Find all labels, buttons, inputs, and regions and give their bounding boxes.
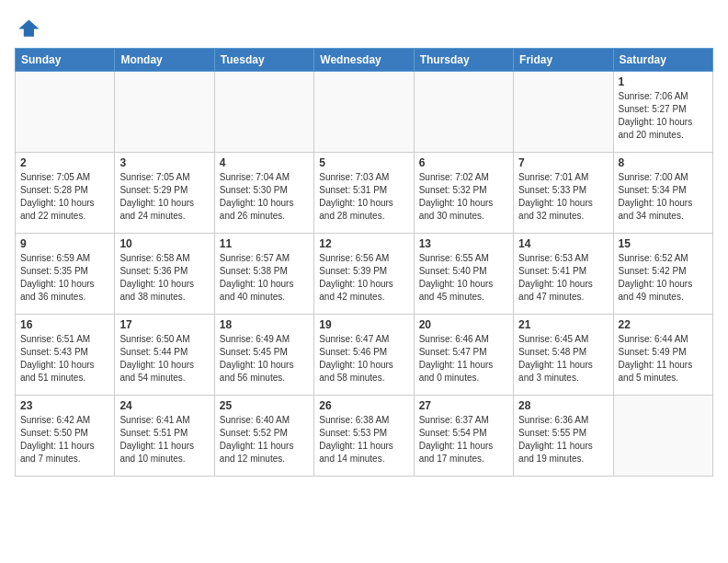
day-info: Sunrise: 6:45 AM Sunset: 5:48 PM Dayligh…	[518, 333, 608, 385]
calendar-cell: 19Sunrise: 6:47 AM Sunset: 5:46 PM Dayli…	[314, 315, 414, 396]
day-info: Sunrise: 7:05 AM Sunset: 5:29 PM Dayligh…	[119, 171, 209, 223]
calendar-cell: 6Sunrise: 7:02 AM Sunset: 5:32 PM Daylig…	[414, 153, 513, 234]
calendar-week-row: 1Sunrise: 7:06 AM Sunset: 5:27 PM Daylig…	[16, 72, 713, 153]
day-number: 11	[220, 237, 309, 250]
day-info: Sunrise: 6:44 AM Sunset: 5:49 PM Dayligh…	[619, 333, 708, 385]
day-info: Sunrise: 7:04 AM Sunset: 5:30 PM Dayligh…	[220, 171, 309, 223]
day-info: Sunrise: 6:58 AM Sunset: 5:36 PM Dayligh…	[119, 252, 209, 304]
day-info: Sunrise: 6:42 AM Sunset: 5:50 PM Dayligh…	[20, 414, 109, 465]
day-info: Sunrise: 6:55 AM Sunset: 5:40 PM Dayligh…	[419, 252, 508, 304]
logo	[15, 15, 44, 40]
day-number: 19	[319, 318, 408, 331]
calendar-cell: 16Sunrise: 6:51 AM Sunset: 5:43 PM Dayli…	[16, 315, 115, 396]
calendar-cell: 26Sunrise: 6:38 AM Sunset: 5:53 PM Dayli…	[314, 396, 414, 477]
day-number: 20	[419, 318, 508, 331]
day-number: 7	[518, 156, 608, 169]
calendar-cell: 11Sunrise: 6:57 AM Sunset: 5:38 PM Dayli…	[214, 234, 313, 315]
calendar-cell: 25Sunrise: 6:40 AM Sunset: 5:52 PM Dayli…	[214, 396, 313, 477]
day-number: 22	[619, 318, 708, 331]
day-number: 15	[619, 237, 708, 250]
calendar-header-row: SundayMondayTuesdayWednesdayThursdayFrid…	[16, 49, 713, 72]
day-info: Sunrise: 6:49 AM Sunset: 5:45 PM Dayligh…	[220, 333, 309, 385]
day-number: 12	[319, 237, 408, 250]
day-header-saturday: Saturday	[613, 49, 712, 72]
day-number: 24	[119, 399, 209, 412]
day-number: 13	[419, 237, 508, 250]
calendar-cell: 1Sunrise: 7:06 AM Sunset: 5:27 PM Daylig…	[613, 72, 712, 153]
day-number: 27	[419, 399, 508, 412]
day-info: Sunrise: 6:52 AM Sunset: 5:42 PM Dayligh…	[619, 252, 708, 304]
day-info: Sunrise: 6:56 AM Sunset: 5:39 PM Dayligh…	[319, 252, 408, 304]
day-info: Sunrise: 7:01 AM Sunset: 5:33 PM Dayligh…	[518, 171, 608, 223]
day-info: Sunrise: 7:05 AM Sunset: 5:28 PM Dayligh…	[20, 171, 109, 223]
calendar-cell: 4Sunrise: 7:04 AM Sunset: 5:30 PM Daylig…	[214, 153, 313, 234]
day-info: Sunrise: 6:40 AM Sunset: 5:52 PM Dayligh…	[220, 414, 309, 465]
day-number: 10	[119, 237, 209, 250]
calendar-cell	[314, 72, 414, 153]
calendar-cell: 3Sunrise: 7:05 AM Sunset: 5:29 PM Daylig…	[115, 153, 214, 234]
calendar-cell: 17Sunrise: 6:50 AM Sunset: 5:44 PM Dayli…	[115, 315, 214, 396]
calendar-cell: 21Sunrise: 6:45 AM Sunset: 5:48 PM Dayli…	[514, 315, 613, 396]
calendar-cell: 24Sunrise: 6:41 AM Sunset: 5:51 PM Dayli…	[115, 396, 214, 477]
day-number: 9	[20, 237, 109, 250]
calendar-cell	[613, 396, 712, 477]
calendar-cell: 7Sunrise: 7:01 AM Sunset: 5:33 PM Daylig…	[514, 153, 613, 234]
day-header-sunday: Sunday	[16, 49, 115, 72]
day-info: Sunrise: 7:02 AM Sunset: 5:32 PM Dayligh…	[419, 171, 508, 223]
calendar-week-row: 16Sunrise: 6:51 AM Sunset: 5:43 PM Dayli…	[16, 315, 713, 396]
calendar-cell: 20Sunrise: 6:46 AM Sunset: 5:47 PM Dayli…	[414, 315, 513, 396]
calendar-cell: 27Sunrise: 6:37 AM Sunset: 5:54 PM Dayli…	[414, 396, 513, 477]
calendar-week-row: 2Sunrise: 7:05 AM Sunset: 5:28 PM Daylig…	[16, 153, 713, 234]
day-number: 2	[20, 156, 109, 169]
day-number: 28	[518, 399, 608, 412]
day-info: Sunrise: 6:46 AM Sunset: 5:47 PM Dayligh…	[419, 333, 508, 385]
day-number: 25	[220, 399, 309, 412]
calendar-cell	[414, 72, 513, 153]
day-info: Sunrise: 6:37 AM Sunset: 5:54 PM Dayligh…	[419, 414, 508, 465]
calendar-cell: 9Sunrise: 6:59 AM Sunset: 5:35 PM Daylig…	[16, 234, 115, 315]
day-info: Sunrise: 7:03 AM Sunset: 5:31 PM Dayligh…	[319, 171, 408, 223]
day-number: 8	[619, 156, 708, 169]
calendar-cell: 13Sunrise: 6:55 AM Sunset: 5:40 PM Dayli…	[414, 234, 513, 315]
day-info: Sunrise: 6:47 AM Sunset: 5:46 PM Dayligh…	[319, 333, 408, 385]
day-number: 21	[518, 318, 608, 331]
day-header-friday: Friday	[514, 49, 613, 72]
calendar-cell	[16, 72, 115, 153]
calendar-cell: 12Sunrise: 6:56 AM Sunset: 5:39 PM Dayli…	[314, 234, 414, 315]
day-number: 6	[419, 156, 508, 169]
day-info: Sunrise: 6:36 AM Sunset: 5:55 PM Dayligh…	[518, 414, 608, 465]
logo-icon	[15, 15, 40, 40]
day-info: Sunrise: 6:51 AM Sunset: 5:43 PM Dayligh…	[20, 333, 109, 385]
calendar-cell: 10Sunrise: 6:58 AM Sunset: 5:36 PM Dayli…	[115, 234, 214, 315]
day-number: 18	[220, 318, 309, 331]
calendar-cell	[514, 72, 613, 153]
day-info: Sunrise: 6:38 AM Sunset: 5:53 PM Dayligh…	[319, 414, 408, 465]
calendar-week-row: 23Sunrise: 6:42 AM Sunset: 5:50 PM Dayli…	[16, 396, 713, 477]
day-number: 1	[619, 75, 708, 88]
day-info: Sunrise: 6:41 AM Sunset: 5:51 PM Dayligh…	[119, 414, 209, 465]
calendar-cell: 14Sunrise: 6:53 AM Sunset: 5:41 PM Dayli…	[514, 234, 613, 315]
calendar-cell: 5Sunrise: 7:03 AM Sunset: 5:31 PM Daylig…	[314, 153, 414, 234]
day-number: 14	[518, 237, 608, 250]
day-number: 26	[319, 399, 408, 412]
day-header-tuesday: Tuesday	[214, 49, 313, 72]
calendar-cell	[214, 72, 313, 153]
calendar-cell: 2Sunrise: 7:05 AM Sunset: 5:28 PM Daylig…	[16, 153, 115, 234]
day-header-thursday: Thursday	[414, 49, 513, 72]
calendar-cell: 8Sunrise: 7:00 AM Sunset: 5:34 PM Daylig…	[613, 153, 712, 234]
calendar-cell: 15Sunrise: 6:52 AM Sunset: 5:42 PM Dayli…	[613, 234, 712, 315]
svg-marker-0	[18, 20, 39, 37]
day-number: 3	[119, 156, 209, 169]
day-info: Sunrise: 7:06 AM Sunset: 5:27 PM Dayligh…	[619, 90, 708, 142]
day-number: 4	[220, 156, 309, 169]
calendar-week-row: 9Sunrise: 6:59 AM Sunset: 5:35 PM Daylig…	[16, 234, 713, 315]
day-number: 16	[20, 318, 109, 331]
calendar-cell	[115, 72, 214, 153]
calendar-cell: 28Sunrise: 6:36 AM Sunset: 5:55 PM Dayli…	[514, 396, 613, 477]
calendar-cell: 18Sunrise: 6:49 AM Sunset: 5:45 PM Dayli…	[214, 315, 313, 396]
day-number: 17	[119, 318, 209, 331]
day-info: Sunrise: 6:57 AM Sunset: 5:38 PM Dayligh…	[220, 252, 309, 304]
day-header-monday: Monday	[115, 49, 214, 72]
day-header-wednesday: Wednesday	[314, 49, 414, 72]
calendar-cell: 23Sunrise: 6:42 AM Sunset: 5:50 PM Dayli…	[16, 396, 115, 477]
